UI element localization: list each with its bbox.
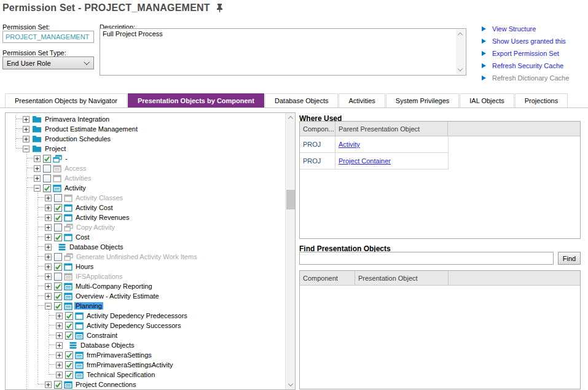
tab-ial-objects[interactable]: IAL Objects xyxy=(460,93,514,107)
tree-item-label[interactable]: Activity Revenues xyxy=(74,214,130,221)
tab-presentation-objects-by-component[interactable]: Presentation Objects by Component xyxy=(128,93,264,107)
tree-row[interactable]: Cost xyxy=(6,232,285,242)
scrollbar-thumb[interactable] xyxy=(286,190,295,209)
tree-row[interactable]: Activity Cost xyxy=(6,203,285,213)
expand-icon[interactable] xyxy=(23,126,29,133)
column-header[interactable]: Component xyxy=(300,271,355,285)
tree-row[interactable]: Hours xyxy=(6,262,285,271)
expand-icon[interactable] xyxy=(56,352,63,359)
tree-row[interactable]: Project xyxy=(6,144,285,154)
checkbox-unchecked[interactable] xyxy=(43,165,51,173)
tree-row[interactable]: Copy Activity xyxy=(6,222,285,232)
find-input[interactable] xyxy=(299,252,554,265)
tree-scrollbar[interactable] xyxy=(285,113,295,389)
tab-projections[interactable]: Projections xyxy=(515,93,568,107)
checkbox-checked[interactable] xyxy=(65,361,73,369)
expand-icon[interactable] xyxy=(56,313,63,319)
tree-item-label[interactable]: Database Objects xyxy=(79,341,135,349)
tree-item-label[interactable]: Generate Unfinished Activity Work Items xyxy=(75,253,198,260)
expand-icon[interactable] xyxy=(45,224,52,231)
permission-set-type-select[interactable]: End User Role xyxy=(2,57,94,69)
tree-row[interactable]: Overview - Activity Estimate xyxy=(6,291,285,301)
action-link[interactable]: Show Users granted this xyxy=(482,35,569,47)
pin-icon[interactable] xyxy=(216,3,224,13)
expand-icon[interactable] xyxy=(45,205,52,211)
expand-icon[interactable] xyxy=(23,116,29,123)
tree-item-label[interactable]: Overview - Activity Estimate xyxy=(74,292,160,300)
checkbox-unchecked[interactable] xyxy=(54,194,62,202)
tree-row[interactable]: Constraint xyxy=(6,330,285,340)
expand-icon[interactable] xyxy=(45,234,52,241)
tree-item-label[interactable]: Project Connections xyxy=(74,381,137,388)
collapse-icon[interactable] xyxy=(45,303,52,310)
tree-row[interactable]: Database Objects xyxy=(6,242,285,252)
tree-row[interactable]: Planning xyxy=(6,301,285,311)
tree-row[interactable]: Activity xyxy=(6,183,285,193)
tree-row[interactable]: Production Schedules xyxy=(6,134,285,144)
expand-icon[interactable] xyxy=(45,214,52,221)
table-row[interactable]: PROJActivity xyxy=(300,136,449,153)
column-header[interactable]: Presentation Object xyxy=(355,271,449,285)
tree-item-label[interactable]: Activity Depedency Successors xyxy=(85,322,182,329)
tree-row[interactable]: Activities xyxy=(6,173,285,183)
checkbox-unchecked[interactable] xyxy=(54,273,62,281)
scroll-down-icon[interactable] xyxy=(458,66,463,71)
checkbox-checked[interactable] xyxy=(54,214,62,222)
tree-item-label[interactable]: Technical Specification xyxy=(85,371,156,378)
expand-icon[interactable] xyxy=(56,372,63,378)
tree-item-label[interactable]: - xyxy=(64,155,69,162)
tree-row[interactable]: Technical Specification xyxy=(6,370,285,380)
permission-set-input[interactable] xyxy=(2,31,94,43)
expand-icon[interactable] xyxy=(56,332,63,339)
tree-item-label[interactable]: Planning xyxy=(74,302,103,310)
tree-item-label[interactable]: Activity Cost xyxy=(74,204,114,211)
scroll-up-icon[interactable] xyxy=(288,116,293,121)
tree-item-label[interactable]: Project xyxy=(44,145,67,152)
tab-database-objects[interactable]: Database Objects xyxy=(265,93,338,107)
expand-icon[interactable] xyxy=(45,244,52,251)
tab-activities[interactable]: Activities xyxy=(339,93,385,107)
expand-icon[interactable] xyxy=(56,342,63,349)
checkbox-checked[interactable] xyxy=(54,302,62,310)
expand-icon[interactable] xyxy=(45,263,52,270)
tree-item-label[interactable]: Activity Classes xyxy=(74,194,124,201)
tree-item-label[interactable]: Constraint xyxy=(85,332,119,339)
checkbox-checked[interactable] xyxy=(54,233,62,241)
expand-icon[interactable] xyxy=(45,195,52,201)
tree-item-label[interactable]: Access xyxy=(63,165,87,172)
checkbox-checked[interactable] xyxy=(65,351,73,359)
action-link[interactable]: Refresh Security Cache xyxy=(482,60,569,72)
tree-item-label[interactable]: Database Objects xyxy=(68,243,124,251)
checkbox-checked[interactable] xyxy=(65,332,73,340)
tree-item-label[interactable]: frmPrimaveraSettings xyxy=(85,351,153,359)
tree-row[interactable]: Project Connections xyxy=(6,380,285,389)
checkbox-checked[interactable] xyxy=(65,312,73,320)
expand-icon[interactable] xyxy=(45,273,52,280)
tree-row[interactable]: IFSApplications xyxy=(6,271,285,281)
checkbox-unchecked[interactable] xyxy=(54,253,62,261)
tree-item-label[interactable]: IFSApplications xyxy=(74,273,123,280)
tree-item-label[interactable]: Activity xyxy=(63,184,87,192)
expand-icon[interactable] xyxy=(23,136,29,142)
find-button[interactable]: Find xyxy=(558,252,581,265)
checkbox-unchecked[interactable] xyxy=(54,224,62,232)
tree-item-label[interactable]: Cost xyxy=(74,233,91,241)
checkbox-checked[interactable] xyxy=(54,292,62,300)
tree-row[interactable]: Multi-Company Reporting xyxy=(6,281,285,291)
checkbox-checked[interactable] xyxy=(43,184,51,192)
tree-row[interactable]: - xyxy=(6,154,285,163)
tree-item-label[interactable]: Copy Activity xyxy=(75,224,116,231)
scroll-down-icon[interactable] xyxy=(288,381,293,386)
tree-item-label[interactable]: Multi-Company Reporting xyxy=(74,283,154,290)
collapse-icon[interactable] xyxy=(23,146,29,152)
tree-item-label[interactable]: Hours xyxy=(74,263,95,270)
tree-row[interactable]: Database Objects xyxy=(6,340,285,350)
tab-system-privileges[interactable]: System Privileges xyxy=(386,93,459,107)
tree-item-label[interactable]: Activities xyxy=(63,174,92,182)
tree-item-label[interactable]: Primavera Integration xyxy=(44,115,111,123)
tree-item-label[interactable]: Activity Depedency Predecessors xyxy=(85,312,189,319)
checkbox-checked[interactable] xyxy=(65,322,73,330)
checkbox-checked[interactable] xyxy=(65,371,73,379)
expand-icon[interactable] xyxy=(56,362,63,369)
expand-icon[interactable] xyxy=(34,165,41,172)
